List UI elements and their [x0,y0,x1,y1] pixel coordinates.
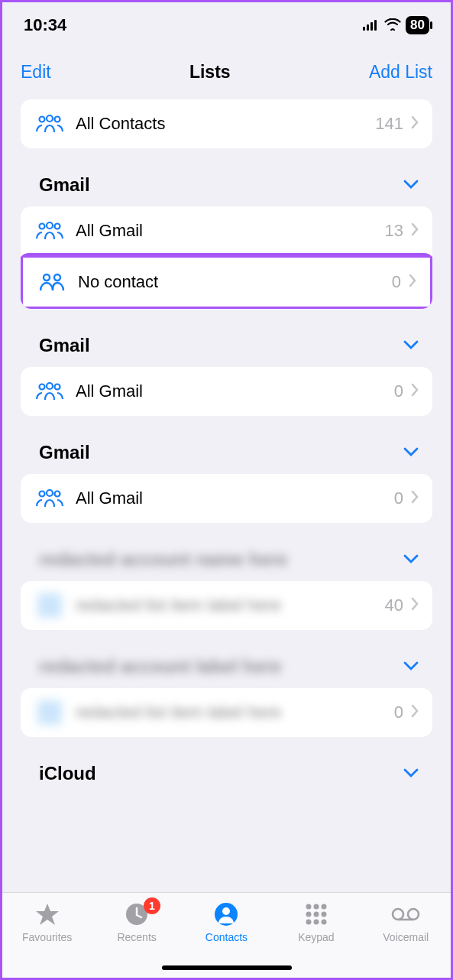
tab-contacts[interactable]: Contacts [182,900,271,943]
svg-point-13 [47,383,53,389]
list-item-label: redacted list item label here [76,703,394,722]
edit-button[interactable]: Edit [21,62,51,83]
redacted-1-card: redacted list item label here 40 [21,581,432,630]
section-header-gmail-2[interactable]: Gmail [21,309,432,367]
tab-favourites[interactable]: Favourites [2,900,92,943]
list-item-count: 0 [394,488,403,508]
svg-point-26 [321,912,326,917]
svg-rect-1 [367,24,369,31]
svg-rect-3 [374,20,377,31]
section-header-gmail-1[interactable]: Gmail [21,148,432,206]
chevron-down-icon [403,446,419,459]
all-gmail-row[interactable]: All Gmail 13 [21,206,432,255]
list-item-label: All Gmail [76,488,394,508]
svg-point-21 [306,904,311,910]
list-item-count: 13 [385,221,403,241]
svg-point-20 [222,907,230,915]
group-icon [34,381,65,401]
svg-point-22 [313,904,319,910]
chevron-right-icon [411,597,419,614]
section-title: redacted account name here [39,549,287,570]
star-icon [34,900,60,928]
status-indicators: 80 [363,15,429,35]
nav-bar: Edit Lists Add List [2,48,451,99]
list-item-count: 0 [392,272,401,292]
status-bar: 10:34 80 [2,2,451,48]
gmail-2-card: All Gmail 0 [21,367,432,416]
svg-point-25 [313,912,319,917]
svg-point-14 [55,385,60,390]
person-icon [214,900,238,928]
all-gmail-row[interactable]: All Gmail 0 [21,367,432,416]
svg-point-15 [40,492,45,497]
group-icon [37,272,67,292]
group-icon [34,114,65,134]
cellular-icon [363,15,380,35]
svg-point-17 [55,492,60,497]
tab-voicemail[interactable]: Voicemail [361,900,451,943]
section-title: Gmail [39,335,90,356]
list-row[interactable]: redacted list item label here 0 [21,688,432,737]
home-indicator[interactable] [162,965,292,970]
svg-point-27 [306,920,311,925]
svg-point-31 [408,909,419,920]
svg-point-23 [321,904,326,910]
tab-keypad[interactable]: Keypad [271,900,361,943]
svg-point-12 [40,385,45,390]
list-item-label: redacted list item label here [76,595,385,615]
section-header-redacted-1[interactable]: redacted account name here [21,523,432,581]
add-list-button[interactable]: Add List [369,62,432,83]
svg-point-6 [55,117,60,122]
tab-recents[interactable]: 1 Recents [92,900,181,943]
list-item-label: No contact [78,272,392,292]
svg-rect-2 [370,22,373,31]
list-item-count: 0 [394,381,403,401]
keypad-icon [304,900,328,928]
chevron-right-icon [411,383,419,400]
group-icon [34,593,65,618]
tab-label: Favourites [22,931,72,943]
chevron-right-icon [411,704,419,721]
chevron-right-icon [409,274,416,290]
svg-rect-0 [363,27,365,31]
chevron-right-icon [411,115,419,132]
chevron-right-icon [411,222,419,239]
recents-badge: 1 [144,897,160,914]
section-header-gmail-3[interactable]: Gmail [21,416,432,474]
redacted-2-card: redacted list item label here 0 [21,688,432,737]
list-item-count: 40 [385,595,403,615]
tab-bar: Favourites 1 Recents Contacts Keypad V [2,892,451,978]
section-title: Gmail [39,174,90,196]
no-contact-row[interactable]: No contact 0 [23,258,430,307]
gmail-1-card: All Gmail 13 No contact 0 [21,206,432,309]
all-contacts-card: All Contacts 141 [21,99,432,148]
svg-point-16 [47,490,53,496]
list-item-label: All Gmail [76,381,394,401]
section-title: Gmail [39,442,90,463]
chevron-down-icon [403,178,419,192]
svg-point-10 [44,274,50,281]
group-icon [34,700,65,725]
section-title: iCloud [39,763,96,784]
group-icon [34,488,65,508]
svg-point-28 [313,920,319,925]
svg-point-4 [40,117,45,122]
section-header-redacted-2[interactable]: redacted account label here [21,630,432,688]
all-gmail-row[interactable]: All Gmail 0 [21,474,432,523]
page-title: Lists [189,62,231,83]
all-contacts-row[interactable]: All Contacts 141 [21,99,432,148]
tab-label: Voicemail [383,931,429,943]
chevron-down-icon [403,339,419,352]
tab-label: Recents [117,931,156,943]
section-header-icloud[interactable]: iCloud [21,737,432,787]
tab-label: Keypad [298,931,334,943]
chevron-down-icon [403,767,419,780]
svg-point-30 [393,909,403,920]
svg-point-11 [54,274,60,281]
list-item-count: 0 [394,703,403,722]
chevron-down-icon [403,553,419,566]
list-row[interactable]: redacted list item label here 40 [21,581,432,630]
voicemail-icon [390,900,421,928]
all-contacts-count: 141 [375,114,403,134]
battery-icon: 80 [406,16,429,34]
